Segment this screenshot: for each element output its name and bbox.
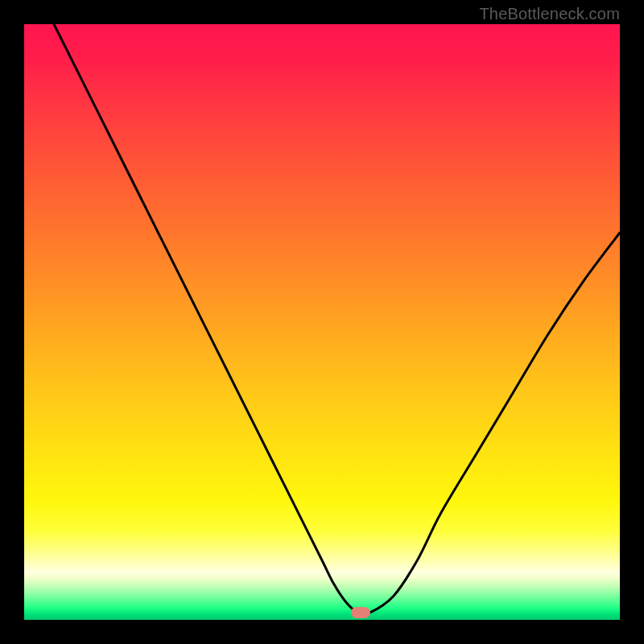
bottleneck-curve	[24, 24, 620, 620]
plot-area	[24, 24, 620, 620]
watermark-text: TheBottleneck.com	[479, 5, 620, 23]
chart-frame: TheBottleneck.com	[0, 0, 644, 644]
optimal-marker	[351, 607, 370, 618]
